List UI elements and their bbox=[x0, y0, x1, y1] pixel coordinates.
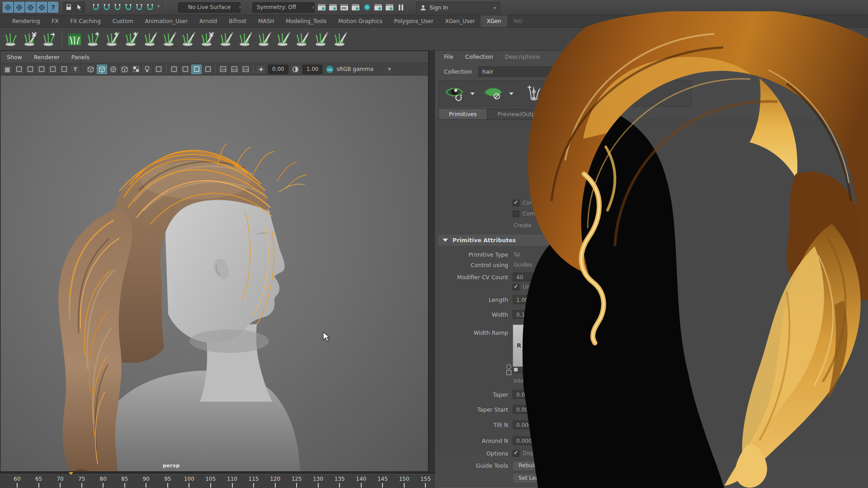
viewport-menu-show[interactable]: Show bbox=[7, 54, 22, 61]
add-density-brush-icon[interactable] bbox=[123, 30, 140, 48]
lasso-tool-icon[interactable] bbox=[3, 30, 20, 48]
image-plane-icon[interactable] bbox=[241, 65, 251, 74]
multi-cut-icon[interactable] bbox=[229, 65, 240, 74]
checker-icon[interactable] bbox=[131, 65, 141, 74]
create-button[interactable]: Create bbox=[514, 222, 532, 229]
component-mode-icon[interactable] bbox=[25, 2, 36, 13]
wireframe-icon[interactable] bbox=[85, 65, 96, 74]
preview-refresh-eye-icon[interactable] bbox=[445, 85, 465, 102]
shelf-tab-modeling-tools[interactable]: Modeling_Tools bbox=[280, 15, 332, 27]
shelf-tab-custom[interactable]: Custom bbox=[107, 15, 139, 27]
xgen-tab-primitives[interactable]: Primitives bbox=[439, 108, 487, 120]
width-slider[interactable] bbox=[559, 313, 613, 316]
snap-curve-magnet-icon[interactable] bbox=[101, 2, 112, 13]
xray-icon[interactable] bbox=[203, 65, 213, 74]
exposure-icon[interactable] bbox=[256, 65, 266, 74]
comb-brush-icon[interactable] bbox=[142, 30, 159, 48]
primitive-attributes-header[interactable]: Primitive Attributes bbox=[438, 235, 637, 246]
resolution-gate-icon[interactable] bbox=[25, 65, 35, 74]
snap-point-magnet-icon[interactable] bbox=[112, 2, 123, 13]
xgen-menu-descriptions[interactable]: Descriptions bbox=[505, 53, 540, 60]
smooth-shaded-icon[interactable] bbox=[97, 65, 107, 74]
field-chart-icon[interactable] bbox=[47, 65, 58, 74]
colorspace-control[interactable]: ONsRGB gamma▼ bbox=[326, 66, 391, 73]
help-mode-icon[interactable]: ? bbox=[48, 2, 58, 13]
snap-grid-magnet-icon[interactable] bbox=[90, 2, 101, 13]
display-checkbox[interactable] bbox=[513, 450, 519, 457]
noise-brush-icon[interactable] bbox=[237, 30, 254, 48]
shelf-tab-xgen[interactable]: XGen bbox=[481, 15, 507, 27]
preview-dropdown-icon[interactable] bbox=[470, 92, 475, 95]
select-tool-icon[interactable] bbox=[75, 2, 85, 13]
width-ramp-widget[interactable]: R bbox=[513, 324, 609, 367]
primitive-type-select[interactable]: Sp bbox=[514, 251, 520, 258]
around-n-slider[interactable] bbox=[559, 439, 613, 442]
width-field[interactable]: 0.1000 bbox=[513, 310, 556, 319]
freeze-brush-icon[interactable] bbox=[332, 30, 349, 48]
length-slider[interactable] bbox=[559, 298, 613, 301]
symmetry-expand-icon[interactable]: › bbox=[312, 4, 314, 10]
tilt-n-field[interactable]: 0.0000 bbox=[513, 420, 556, 429]
compensate-checkbox[interactable] bbox=[513, 211, 519, 217]
hierarchy-mode-icon[interactable] bbox=[3, 2, 13, 13]
motion-blur-icon[interactable] bbox=[180, 65, 190, 74]
shelf-tab-rendering[interactable]: Rendering bbox=[6, 15, 46, 27]
screen-space-ao-icon[interactable] bbox=[169, 65, 179, 74]
object-mode-icon[interactable] bbox=[14, 2, 24, 13]
taper-slider[interactable] bbox=[559, 393, 613, 396]
connect-checkbox[interactable] bbox=[513, 200, 519, 206]
collection-name-field[interactable]: hair bbox=[478, 66, 622, 77]
shadows-icon[interactable] bbox=[153, 65, 164, 74]
clump-brush-icon[interactable] bbox=[218, 30, 235, 48]
pause-viewport-icon[interactable] bbox=[396, 2, 406, 13]
safe-title-icon[interactable]: T bbox=[70, 65, 80, 74]
make-live-magnet-icon[interactable] bbox=[145, 2, 155, 13]
shelf-tab-motion-graphics[interactable]: Motion Graphics bbox=[332, 15, 388, 27]
open-render-view-icon[interactable] bbox=[316, 2, 327, 13]
live-surface-expand-icon[interactable]: › bbox=[239, 4, 241, 10]
modifier-cv-count-field[interactable]: 40 bbox=[513, 272, 556, 282]
guide-visibility-eye-icon[interactable] bbox=[483, 85, 504, 102]
shelf-tab-bifrost[interactable]: Bifrost bbox=[223, 15, 252, 27]
snapshot-icon[interactable] bbox=[218, 65, 228, 74]
shelf-tab-fx-caching[interactable]: FX Caching bbox=[64, 15, 106, 27]
ipr-render-icon[interactable]: IPR bbox=[339, 2, 349, 13]
sign-in-control[interactable]: Sign In ▾ bbox=[416, 2, 500, 14]
length-brush-icon[interactable] bbox=[180, 30, 197, 48]
elevation-brush-icon[interactable] bbox=[313, 30, 330, 48]
lock-icon[interactable] bbox=[63, 2, 74, 13]
place-guides-brush-icon[interactable] bbox=[104, 30, 121, 48]
snap-projected-center-magnet-icon[interactable] bbox=[123, 2, 133, 13]
shelf-tab-yeti[interactable]: Yeti bbox=[507, 15, 528, 27]
paint-effects-render-icon[interactable] bbox=[384, 2, 395, 13]
contrast-icon[interactable] bbox=[290, 65, 301, 74]
use-all-lights-icon[interactable] bbox=[142, 65, 152, 74]
viewport-menu-panels[interactable]: Panels bbox=[71, 54, 90, 61]
symmetry-field[interactable]: Symmetry: Off bbox=[252, 2, 315, 13]
textured-icon[interactable] bbox=[108, 65, 118, 74]
xgen-tab-preview-outp[interactable]: Preview/Outp bbox=[487, 108, 546, 120]
xgen-menu-collection[interactable]: Collection bbox=[465, 53, 493, 60]
live-surface-field[interactable]: No Live Surface bbox=[178, 2, 241, 13]
xgen-menu-file[interactable]: File bbox=[444, 53, 453, 60]
taper-start-slider[interactable] bbox=[559, 408, 613, 411]
current-time-marker[interactable] bbox=[69, 472, 73, 475]
shelf-tab-animation-user[interactable]: Animation_User bbox=[139, 15, 194, 27]
bend-brush-icon[interactable] bbox=[275, 30, 292, 48]
taper-field[interactable]: 0.0000 bbox=[513, 390, 556, 399]
shelf-tab-mash[interactable]: MASH bbox=[252, 15, 280, 27]
add-guides-tool-icon[interactable] bbox=[85, 30, 102, 48]
display-render-globals-icon[interactable] bbox=[362, 2, 372, 13]
ramp-key-handle[interactable] bbox=[514, 368, 518, 371]
cut-brush-icon[interactable] bbox=[199, 30, 216, 48]
wireframe-on-shaded-icon[interactable] bbox=[119, 65, 130, 74]
shelf-tab-xgen-user[interactable]: XGen_User bbox=[439, 15, 481, 27]
ramp-handle-icons[interactable] bbox=[506, 364, 512, 375]
render-settings-icon[interactable] bbox=[350, 2, 361, 13]
length-field[interactable]: 1.0000 bbox=[513, 295, 556, 304]
rebuild-button[interactable]: Rebuild bbox=[513, 460, 545, 471]
grid-icon[interactable]: ▦ bbox=[2, 65, 13, 74]
gate-mask-icon[interactable] bbox=[36, 65, 47, 74]
exposure-field[interactable]: 0.00 bbox=[268, 65, 288, 74]
render-setup-icon[interactable] bbox=[373, 2, 383, 13]
